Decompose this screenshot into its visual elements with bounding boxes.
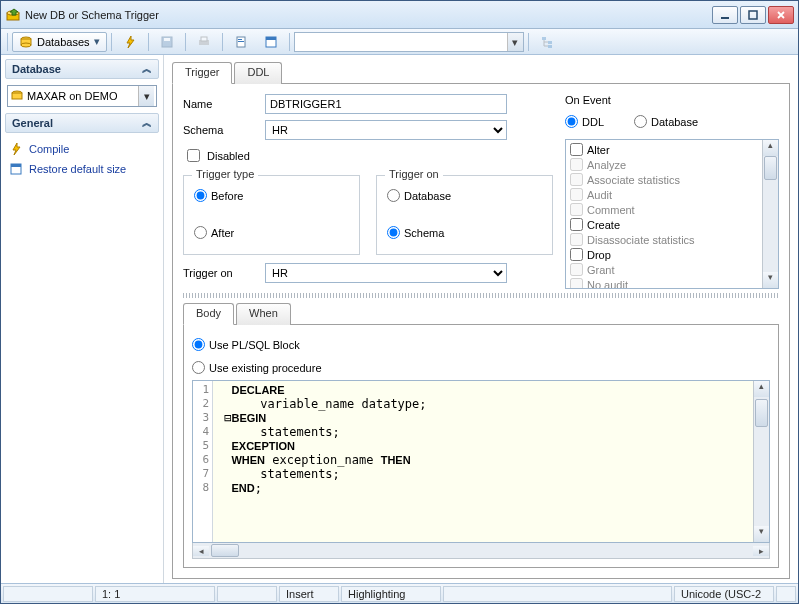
trigger-pane: Name Schema HR Disabled Trigger t [172,83,790,579]
status-encoding: Unicode (USC-2 [674,586,774,602]
event-item[interactable]: Create [568,217,760,232]
after-radio[interactable]: After [194,226,349,239]
event-label: Create [587,219,620,231]
on-event-legend: On Event [565,94,779,106]
compile-button[interactable] [116,32,144,52]
event-label: Associate statistics [587,174,680,186]
separator [289,33,290,51]
legend: Trigger type [192,168,258,180]
tab-body[interactable]: Body [183,303,234,325]
main-tabs: Trigger DDL [172,61,790,83]
trigger-on-select[interactable]: HR [265,263,507,283]
svg-rect-2 [721,17,729,19]
svg-rect-17 [548,41,552,44]
link-label: Restore default size [29,163,126,175]
tree-button[interactable] [533,32,561,52]
database-group-header[interactable]: Database ︽ [5,59,159,79]
tab-trigger[interactable]: Trigger [172,62,232,84]
database-icon [19,35,33,49]
onevent-database-radio[interactable]: Database [634,115,698,128]
lightning-icon [9,142,23,156]
toolbar-combo[interactable]: ▾ [294,32,524,52]
line-gutter: 12345678 [193,381,213,542]
tab-label: When [249,307,278,319]
on-schema-radio[interactable]: Schema [387,226,542,239]
maximize-button[interactable] [740,6,766,24]
scroll-thumb[interactable] [755,399,768,427]
status-bar: 1: 1 Insert Highlighting Unicode (USC-2 [1,583,798,603]
content: Trigger DDL Name Schema HR [164,55,798,583]
save-icon [160,35,174,49]
scroll-thumb[interactable] [764,156,777,180]
scroll-thumb[interactable] [211,544,239,557]
document-icon [234,35,248,49]
databases-dropdown[interactable]: Databases ▾ [12,32,107,52]
separator [111,33,112,51]
minimize-button[interactable] [712,6,738,24]
titlebar[interactable]: New DB or Schema Trigger [1,1,798,29]
schema-select[interactable]: HR [265,120,507,140]
chevron-down-icon: ▾ [94,35,100,48]
event-list: AlterAnalyzeAssociate statisticsAuditCom… [565,139,779,289]
scrollbar[interactable]: ▴▾ [762,140,778,288]
print-button[interactable] [190,32,218,52]
main-area: Database ︽ MAXAR on DEMO ▾ General ︽ Com… [1,55,798,583]
svg-rect-18 [548,45,552,48]
splitter[interactable] [183,293,779,298]
editor-vscroll[interactable]: ▴▾ [753,381,769,542]
lightning-icon [123,35,137,49]
separator [148,33,149,51]
svg-rect-13 [238,41,244,42]
on-database-radio[interactable]: Database [387,189,542,202]
svg-rect-3 [749,11,757,19]
disabled-checkbox[interactable]: Disabled [183,146,250,165]
event-item: Disassociate statistics [568,232,760,247]
tab-label: Trigger [185,66,219,78]
event-item: Comment [568,202,760,217]
event-item[interactable]: Alter [568,142,760,157]
event-items[interactable]: AlterAnalyzeAssociate statisticsAuditCom… [566,140,762,288]
window-title: New DB or Schema Trigger [25,9,712,21]
compile-link[interactable]: Compile [7,139,157,159]
svg-rect-15 [266,37,276,40]
chevron-down-icon: ▾ [138,86,154,106]
save-button[interactable] [153,32,181,52]
tab-when[interactable]: When [236,303,291,325]
window-icon [264,35,278,49]
chevron-down-icon: ▾ [507,33,523,51]
chevron-up-icon: ︽ [142,116,152,130]
name-input[interactable] [265,94,507,114]
link-label: Compile [29,143,69,155]
onevent-ddl-radio[interactable]: DDL [565,115,604,128]
status-empty2 [217,586,277,602]
code-editor[interactable]: 12345678 DECLARE variable_name datatype;… [192,380,770,543]
restore-size-link[interactable]: Restore default size [7,159,157,179]
use-proc-radio[interactable]: Use existing procedure [192,361,770,374]
tree-icon [540,35,554,49]
database-selector[interactable]: MAXAR on DEMO ▾ [7,85,157,107]
close-button[interactable] [768,6,794,24]
event-item: Grant [568,262,760,277]
trigger-on-label: Trigger on [183,267,259,279]
status-position: 1: 1 [95,586,215,602]
use-plsql-radio[interactable]: Use PL/SQL Block [192,338,770,351]
general-group-header[interactable]: General ︽ [5,113,159,133]
code-area[interactable]: DECLARE variable_name datatype; ⊟BEGIN s… [213,381,753,542]
svg-point-6 [21,43,31,47]
trigger-type-fieldset: Trigger type Before After [183,175,360,255]
doc2-button[interactable] [257,32,285,52]
doc1-button[interactable] [227,32,255,52]
tab-label: Body [196,307,221,319]
on-event-box: On Event DDL Database AlterAnalyzeAssoci… [565,94,779,289]
side-panel: Database ︽ MAXAR on DEMO ▾ General ︽ Com… [1,55,164,583]
printer-icon [197,35,211,49]
tab-label: DDL [247,66,269,78]
editor-hscroll[interactable]: ◂▸ [192,543,770,559]
event-item[interactable]: Drop [568,247,760,262]
before-radio[interactable]: Before [194,189,349,202]
chevron-up-icon: ︽ [142,62,152,76]
toolbar-grip [7,33,8,51]
tab-ddl[interactable]: DDL [234,62,282,84]
radio-label: Use existing procedure [209,362,322,374]
radio-label: Before [211,190,243,202]
